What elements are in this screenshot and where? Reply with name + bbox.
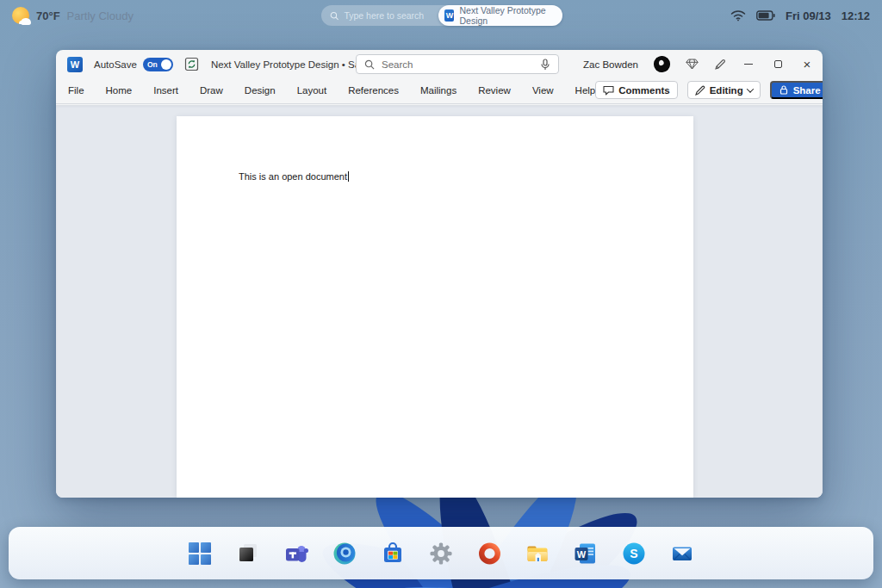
taskbar: W S	[9, 527, 873, 579]
office-icon	[478, 542, 501, 566]
document-canvas-area: This is an open document	[56, 105, 823, 498]
svg-text:W: W	[577, 548, 587, 559]
taskbar-app-task-view[interactable]	[236, 542, 260, 566]
save-sync-icon[interactable]	[184, 57, 199, 71]
tab-design[interactable]: Design	[245, 85, 276, 96]
toggle-knob	[161, 59, 171, 70]
word-app-icon[interactable]: W	[67, 57, 83, 72]
tab-mailings[interactable]: Mailings	[420, 85, 457, 96]
taskbar-app-word[interactable]: W	[574, 542, 598, 566]
taskbar-app-settings[interactable]	[429, 542, 453, 566]
windows-logo-icon	[189, 542, 211, 565]
running-app-pill[interactable]: W Next Valley Prototype Design	[438, 5, 562, 26]
minimize-button[interactable]	[742, 54, 755, 75]
ribbon-tabs: File Home Insert Draw Design Layout Refe…	[68, 85, 595, 96]
maximize-button[interactable]	[771, 54, 785, 75]
comment-icon	[603, 85, 614, 96]
autosave-state: On	[147, 60, 158, 69]
weather-widget[interactable]: 70°F Partly Cloudy	[12, 7, 134, 24]
desktop-top-bar: 70°F Partly Cloudy W Next Valley Prototy…	[0, 0, 882, 31]
comments-button[interactable]: Comments	[595, 81, 677, 99]
lock-icon	[780, 85, 788, 95]
word-icon: W	[574, 542, 598, 566]
autosave-toggle[interactable]: On	[143, 58, 173, 71]
taskbar-app-mail[interactable]	[670, 542, 694, 566]
share-label: Share	[793, 85, 821, 96]
tab-draw[interactable]: Draw	[200, 85, 223, 96]
running-app-label: Next Valley Prototype Design	[459, 5, 552, 26]
tab-home[interactable]: Home	[106, 85, 133, 96]
task-view-icon	[237, 542, 259, 565]
minimize-icon	[744, 64, 753, 65]
search-icon	[330, 10, 339, 22]
mail-icon	[670, 542, 694, 566]
partly-cloudy-icon	[12, 7, 29, 24]
desktop-search-bar[interactable]: W Next Valley Prototype Design	[321, 5, 562, 26]
taskbar-app-skype[interactable]: S	[622, 542, 646, 566]
pencil-icon	[695, 85, 705, 96]
taskbar-app-teams[interactable]	[284, 542, 308, 566]
desktop-search-input[interactable]	[344, 10, 438, 21]
user-avatar[interactable]	[654, 56, 670, 72]
titlebar-right-cluster: Zac Bowden ×	[583, 54, 814, 75]
clock-time[interactable]: 12:12	[842, 9, 870, 22]
weather-temperature: 70°F	[36, 9, 60, 22]
search-icon	[364, 59, 375, 70]
user-name[interactable]: Zac Bowden	[583, 59, 638, 70]
tab-layout[interactable]: Layout	[297, 85, 327, 96]
weather-condition: Partly Cloudy	[67, 9, 134, 22]
battery-icon[interactable]	[756, 10, 775, 21]
tab-review[interactable]: Review	[478, 85, 511, 96]
tab-help[interactable]: Help	[575, 85, 596, 96]
ribbon-tab-bar: File Home Insert Draw Design Layout Refe…	[56, 78, 823, 104]
svg-text:S: S	[630, 547, 637, 560]
taskbar-app-file-explorer[interactable]	[525, 542, 550, 566]
taskbar-app-edge[interactable]	[332, 542, 357, 566]
file-explorer-icon	[525, 542, 550, 566]
close-button[interactable]: ×	[800, 54, 814, 75]
comments-label: Comments	[618, 85, 669, 96]
editing-label: Editing	[710, 85, 743, 96]
system-tray[interactable]: Fri 09/13 12:12	[730, 9, 870, 22]
store-icon	[381, 542, 405, 566]
document-page[interactable]: This is an open document	[177, 116, 693, 498]
start-button[interactable]	[188, 542, 212, 566]
pen-icon[interactable]	[714, 59, 726, 71]
edge-icon	[332, 542, 357, 566]
chevron-down-icon	[746, 85, 753, 92]
word-titlebar: W AutoSave On Next Valley Prototype Desi…	[56, 50, 823, 78]
share-button[interactable]: Share	[770, 81, 823, 99]
word-search-input[interactable]	[382, 59, 533, 70]
microphone-icon[interactable]	[540, 59, 550, 71]
ribbon-right-cluster: Comments Editing Share	[595, 81, 823, 99]
wifi-icon[interactable]	[730, 9, 746, 22]
word-window: W AutoSave On Next Valley Prototype Desi…	[56, 50, 823, 498]
taskbar-app-office[interactable]	[477, 542, 501, 566]
document-text: This is an open document	[239, 171, 349, 182]
diamond-icon[interactable]	[686, 59, 699, 70]
tab-file[interactable]: File	[68, 85, 84, 96]
skype-icon: S	[622, 542, 646, 566]
autosave-label: AutoSave	[94, 59, 137, 70]
editing-dropdown[interactable]: Editing	[687, 81, 761, 99]
clock-date[interactable]: Fri 09/13	[786, 9, 831, 22]
tab-view[interactable]: View	[532, 85, 554, 96]
word-app-icon: W	[444, 9, 454, 22]
teams-icon	[284, 542, 308, 566]
text-cursor	[348, 171, 349, 182]
word-search-box[interactable]	[356, 54, 559, 74]
tab-references[interactable]: References	[348, 85, 399, 96]
close-icon: ×	[804, 58, 811, 71]
taskbar-app-store[interactable]	[381, 542, 405, 566]
maximize-icon	[774, 60, 782, 68]
gear-icon	[429, 542, 453, 566]
tab-insert[interactable]: Insert	[153, 85, 178, 96]
